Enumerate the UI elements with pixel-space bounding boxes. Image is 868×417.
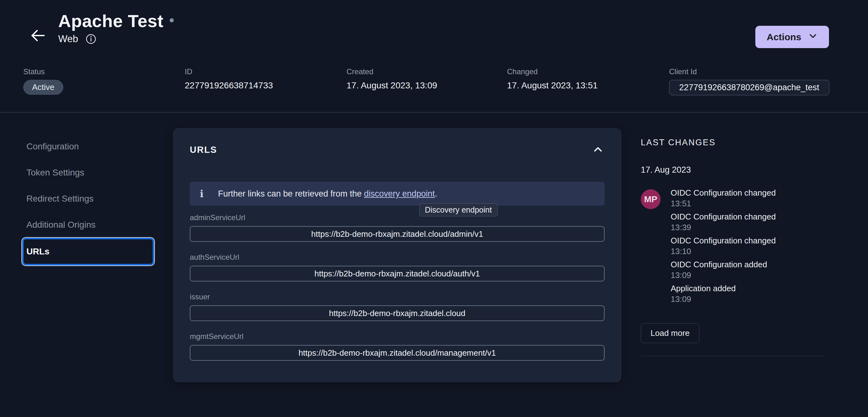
tooltip: Discovery endpoint [419, 203, 498, 216]
nav-item-urls[interactable]: URLs [22, 238, 154, 265]
id-label: ID [185, 67, 273, 76]
field-auth-service-url: authServiceUrl https://b2b-demo-rbxajm.z… [190, 253, 604, 282]
back-button[interactable] [28, 26, 48, 46]
id-value: 227791926638714733 [185, 81, 273, 91]
nav-item-token-settings[interactable]: Token Settings [22, 159, 154, 186]
meta-status: Status Active [23, 67, 63, 95]
change-event: OIDC Configuration changed 13:39 [671, 212, 827, 232]
avatar: MP [641, 189, 660, 209]
field-label: issuer [190, 292, 604, 301]
page-title: Apache Test [58, 11, 163, 31]
collapse-button[interactable] [591, 145, 604, 155]
nav-item-configuration[interactable]: Configuration [22, 133, 154, 159]
info-icon: ℹ [200, 188, 204, 200]
info-banner-text: Further links can be retrieved from the … [218, 189, 437, 199]
issuer-input[interactable]: https://b2b-demo-rbxajm.zitadel.cloud [190, 306, 604, 321]
urls-card: URLS ℹ Further links can be retrieved fr… [173, 128, 621, 382]
actions-button-label: Actions [767, 32, 801, 42]
event-title: OIDC Configuration added [671, 260, 827, 269]
created-value: 17. August 2023, 13:09 [346, 81, 437, 91]
chevron-down-icon [808, 31, 818, 43]
status-label: Status [23, 67, 63, 76]
event-time: 13:51 [671, 199, 827, 208]
event-title: OIDC Configuration changed [671, 188, 827, 197]
change-event: OIDC Configuration added 13:09 [671, 260, 827, 280]
event-time: 13:10 [671, 247, 827, 256]
event-title: OIDC Configuration changed [671, 236, 827, 245]
app-type-label: Web [58, 33, 78, 45]
auth-service-url-input[interactable]: https://b2b-demo-rbxajm.zitadel.cloud/au… [190, 266, 604, 282]
event-title: Application added [671, 284, 827, 293]
chevron-up-icon [593, 149, 603, 154]
changed-label: Changed [507, 67, 598, 76]
change-event: Application added 13:09 [671, 284, 827, 304]
event-time: 13:39 [671, 223, 827, 232]
nav-item-redirect-settings[interactable]: Redirect Settings [22, 186, 154, 212]
event-time: 13:09 [671, 294, 827, 304]
back-arrow-icon [30, 29, 46, 43]
field-label: adminServiceUrl [190, 213, 604, 222]
event-time: 13:09 [671, 270, 827, 280]
changes-date: 17. Aug 2023 [641, 165, 827, 175]
last-changes-title: LAST CHANGES [641, 138, 827, 148]
status-badge: Active [23, 80, 63, 95]
header: Apache Test Web [58, 11, 174, 45]
field-admin-service-url: adminServiceUrl https://b2b-demo-rbxajm.… [190, 213, 604, 242]
nav-item-additional-origins[interactable]: Additional Origins [22, 212, 154, 238]
header-divider [0, 112, 868, 113]
section-nav: Configuration Token Settings Redirect Se… [22, 133, 154, 265]
admin-service-url-input[interactable]: https://b2b-demo-rbxajm.zitadel.cloud/ad… [190, 226, 604, 242]
meta-created: Created 17. August 2023, 13:09 [346, 67, 437, 91]
status-dot-icon [169, 18, 174, 22]
changes-list: MP OIDC Configuration changed 13:51 OIDC… [641, 188, 827, 304]
field-label: authServiceUrl [190, 253, 604, 262]
discovery-endpoint-link[interactable]: discovery endpoint [364, 189, 435, 198]
field-mgmt-service-url: mgmtServiceUrl https://b2b-demo-rbxajm.z… [190, 332, 604, 361]
info-banner: ℹ Further links can be retrieved from th… [190, 182, 604, 206]
change-event: OIDC Configuration changed 13:10 [671, 236, 827, 256]
info-icon[interactable] [86, 34, 96, 44]
meta-id: ID 227791926638714733 [185, 67, 273, 91]
actions-button[interactable]: Actions [755, 26, 829, 48]
card-title: URLS [190, 145, 217, 155]
client-id-chip[interactable]: 227791926638780269@apache_test [669, 80, 829, 95]
field-issuer: issuer https://b2b-demo-rbxajm.zitadel.c… [190, 292, 604, 321]
changed-value: 17. August 2023, 13:51 [507, 81, 598, 91]
created-label: Created [346, 67, 437, 76]
last-changes-panel: LAST CHANGES 17. Aug 2023 MP OIDC Config… [641, 138, 827, 356]
meta-client-id: Client Id 227791926638780269@apache_test [669, 67, 829, 95]
meta-changed: Changed 17. August 2023, 13:51 [507, 67, 598, 91]
load-more-button[interactable]: Load more [641, 323, 699, 343]
field-label: mgmtServiceUrl [190, 332, 604, 341]
change-event: OIDC Configuration changed 13:51 [671, 188, 827, 208]
event-title: OIDC Configuration changed [671, 212, 827, 221]
changes-divider [641, 356, 825, 356]
mgmt-service-url-input[interactable]: https://b2b-demo-rbxajm.zitadel.cloud/ma… [190, 345, 604, 361]
client-id-label: Client Id [669, 67, 829, 76]
